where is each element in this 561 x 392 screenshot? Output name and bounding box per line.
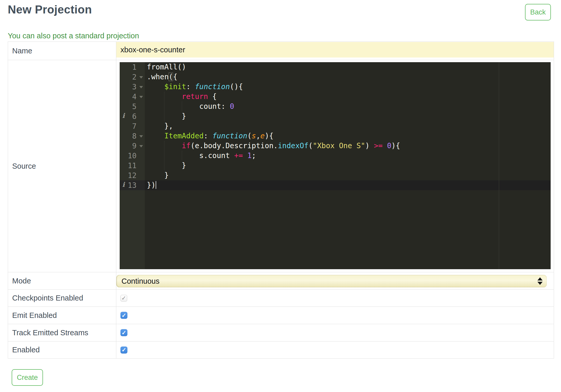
emit-enabled-checkbox[interactable]: ✓ [120, 312, 127, 319]
source-code-editor[interactable]: 12345i6789101112i13 fromAll().when({ $in… [120, 62, 551, 269]
track-emitted-streams-checkbox[interactable]: ✓ [120, 329, 127, 336]
gutter-line-number: 2 [120, 72, 145, 82]
code-line: $init: function(){ [145, 82, 551, 92]
text-cursor [156, 181, 156, 189]
name-row: Name xbox-one-s-counter [8, 42, 554, 60]
indent-guide [164, 141, 164, 170]
code-line: } [145, 111, 551, 121]
indent-guide [164, 92, 164, 121]
mode-row: Mode Continuous [8, 272, 554, 290]
track-row: Track Emitted Streams ✓ [8, 324, 554, 341]
fold-arrow-icon[interactable] [139, 145, 143, 147]
fold-arrow-icon[interactable] [139, 86, 143, 88]
emit-row: Emit Enabled ✓ [8, 307, 554, 324]
gutter-line-number: 5 [120, 102, 145, 111]
emit-label: Emit Enabled [8, 307, 116, 324]
name-label: Name [8, 42, 116, 60]
indent-guide [182, 151, 182, 161]
editor-gutter: 12345i6789101112i13 [120, 62, 145, 269]
enabled-row: Enabled ✓ [8, 341, 554, 359]
code-line: if(e.body.Description.indexOf("Xbox One … [145, 141, 551, 151]
checkmark-icon: ✓ [121, 312, 126, 318]
arrow-up-icon [537, 277, 543, 281]
gutter-line-number: i13 [120, 180, 145, 190]
track-label: Track Emitted Streams [8, 324, 116, 341]
source-row: Source 12345i6789101112i13 fromAll().whe… [8, 60, 554, 272]
checkpoints-enabled-checkbox: ✓ [120, 295, 127, 302]
mode-select[interactable]: Continuous [116, 275, 547, 287]
gutter-line-number: 4 [120, 92, 145, 102]
checkpoints-label: Checkpoints Enabled [8, 290, 116, 307]
gutter-line-number: 8 [120, 131, 145, 141]
name-input[interactable]: xbox-one-s-counter [116, 42, 554, 58]
gutter-line-number: i6 [120, 111, 145, 121]
mode-selected-value: Continuous [116, 277, 160, 286]
projection-form: Name xbox-one-s-counter Source 12345i678… [8, 41, 554, 359]
source-label: Source [8, 60, 116, 272]
fold-arrow-icon[interactable] [139, 96, 143, 98]
gutter-line-number: 7 [120, 121, 145, 131]
back-button[interactable]: Back [525, 4, 551, 20]
arrow-down-icon [537, 282, 543, 285]
checkmark-icon: ✓ [121, 330, 126, 336]
code-line: fromAll() [145, 62, 551, 72]
code-line: } [145, 161, 551, 170]
standard-projection-link[interactable]: You can also post a standard projection [8, 32, 139, 40]
code-line: }, [145, 121, 551, 131]
enabled-label: Enabled [8, 341, 116, 358]
editor-content: fromAll().when({ $init: function(){ retu… [145, 62, 551, 190]
checkmark-icon: ✓ [121, 347, 126, 353]
code-line: return { [145, 92, 551, 102]
code-line: .when({ [145, 72, 551, 82]
info-annotation-icon: i [122, 181, 125, 188]
code-line: }) [145, 180, 551, 190]
checkpoints-row: Checkpoints Enabled ✓ [8, 290, 554, 307]
mode-label: Mode [8, 272, 116, 289]
gutter-line-number: 9 [120, 141, 145, 151]
create-button[interactable]: Create [12, 369, 43, 386]
fold-arrow-icon[interactable] [139, 135, 143, 138]
code-line: } [145, 170, 551, 180]
gutter-line-number: 11 [120, 161, 145, 170]
fold-arrow-icon[interactable] [139, 76, 143, 79]
gutter-line-number: 3 [120, 82, 145, 92]
code-line: ItemAdded: function(s,e){ [145, 131, 551, 141]
enabled-checkbox[interactable]: ✓ [120, 346, 127, 353]
select-stepper-icon [537, 277, 543, 285]
gutter-line-number: 10 [120, 151, 145, 161]
gutter-line-number: 1 [120, 62, 145, 72]
code-line: count: 0 [145, 102, 551, 111]
page-title: New Projection [8, 3, 92, 16]
info-annotation-icon: i [122, 112, 125, 119]
checkmark-icon: ✓ [121, 295, 126, 301]
print-margin-line [499, 62, 499, 269]
indent-guide [182, 102, 182, 111]
gutter-line-number: 12 [120, 170, 145, 180]
code-line: s.count += 1; [145, 151, 551, 161]
